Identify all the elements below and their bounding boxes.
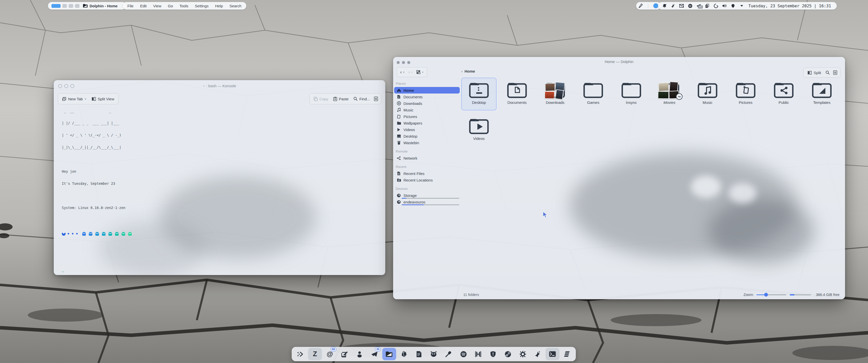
menu-go[interactable]: Go [164, 4, 176, 8]
folder-item-music[interactable]: Music [690, 78, 725, 110]
nav-toolbar: ‹∨ ›∨ ∨ [397, 67, 427, 77]
virtual-desktop-4[interactable] [75, 4, 80, 8]
gimp-icon[interactable] [427, 348, 440, 360]
chevron-down-icon[interactable]: ∨ [411, 71, 413, 73]
folder-item-insync[interactable]: Insync [614, 78, 649, 110]
accent-circle[interactable] [653, 3, 658, 8]
menu-settings[interactable]: Settings [191, 4, 212, 8]
zen-browser-icon[interactable]: Z [308, 348, 322, 360]
pen-icon[interactable] [639, 3, 643, 8]
sidebar-item-storage[interactable]: Storage [394, 192, 460, 199]
telegram-icon[interactable]: 35 [694, 4, 703, 8]
split-button[interactable]: Split [805, 68, 824, 77]
sidebar-item-music[interactable]: Music [394, 107, 460, 113]
sync-icon[interactable] [712, 4, 720, 8]
menu-search[interactable]: Search [226, 4, 245, 8]
sidebar-item-desktop[interactable]: Desktop [394, 133, 460, 139]
search-button[interactable] [824, 68, 832, 77]
virtual-desktop-3[interactable] [69, 4, 73, 8]
sidebar-item-network[interactable]: Network [394, 155, 460, 161]
spotify-icon[interactable] [457, 348, 470, 360]
sidebar-item-wallpapers[interactable]: Wallpapers [394, 120, 460, 126]
document-icon [397, 95, 401, 99]
obsidian-icon[interactable] [397, 348, 411, 360]
back-button[interactable]: ‹∨ [398, 67, 406, 77]
folder-icon [397, 121, 401, 125]
forward-button[interactable]: ›∨ [406, 67, 414, 77]
shield-alert-icon[interactable] [486, 348, 500, 360]
bell-icon[interactable] [660, 4, 669, 8]
hamburger-icon [833, 70, 837, 75]
handbrake-icon[interactable] [471, 348, 485, 360]
konsole-titlebar[interactable]: ~ : bash — Konsole [54, 80, 385, 92]
sidebar-item-recent-files[interactable]: Recent Files [394, 170, 460, 177]
ghost-icon [82, 232, 86, 236]
chevron-down-icon[interactable]: ∨ [422, 71, 424, 73]
telegram-icon[interactable]: 35 [367, 348, 381, 360]
folder-item-games[interactable]: Games [576, 78, 611, 110]
sidebar-item-recent-locations[interactable]: Recent Locations [394, 177, 460, 183]
music-icon [397, 108, 401, 112]
spotify-icon[interactable] [686, 4, 694, 8]
sidebar-item-home[interactable]: Home [394, 87, 460, 94]
clipboard-icon[interactable] [703, 4, 712, 8]
virtual-desktop-1[interactable] [52, 4, 61, 8]
ghost-icon [89, 232, 92, 236]
section-places: Places [393, 78, 461, 87]
menu-view[interactable]: View [150, 4, 164, 8]
sidebar-item-downloads[interactable]: Downloads [394, 100, 460, 107]
terminal-output[interactable]: _ __ _ | |/ /___ _ _ ___ ___| |___ | ' <… [62, 101, 380, 272]
email-icon[interactable]: @ 58 [323, 348, 337, 360]
volume-icon[interactable] [720, 4, 729, 8]
launcher-icon[interactable] [293, 348, 307, 360]
symlink-emblem-icon: ↪ [676, 93, 683, 100]
konsole-icon[interactable] [546, 348, 559, 360]
color-picker-icon[interactable] [441, 348, 456, 360]
notes-icon[interactable] [338, 348, 351, 360]
layers-icon[interactable] [560, 348, 574, 360]
menu-file[interactable]: File [124, 4, 137, 8]
folder-item-downloads[interactable]: Downloads [537, 78, 573, 110]
sidebar-item-documents[interactable]: Documents [394, 94, 460, 100]
folder-item-movies[interactable]: ↪ Movies [652, 78, 687, 110]
window-title: ~ : bash — Konsole [54, 84, 385, 88]
sidebar-item-endeavouros[interactable]: endeavouros [394, 199, 460, 205]
view-mode-button[interactable]: ∨ [414, 67, 426, 77]
caret-down-icon[interactable] [737, 5, 746, 7]
folder-item-templates[interactable]: Templates [804, 78, 839, 110]
telegram-unread-badge: 35 [375, 347, 381, 352]
dock: Z @ 58 35 [292, 347, 576, 361]
menu-help[interactable]: Help [212, 4, 226, 8]
virtual-desktop-2[interactable] [62, 4, 67, 8]
falcon-icon[interactable] [531, 348, 545, 360]
location-pin-icon[interactable] [729, 4, 737, 8]
mail-icon[interactable] [677, 4, 686, 8]
menu-tools[interactable]: Tools [176, 4, 191, 8]
folder-item-documents[interactable]: Documents [499, 78, 535, 110]
sidebar-item-pictures[interactable]: Pictures [394, 113, 460, 120]
ghost-icon [102, 232, 105, 236]
zoom-slider[interactable] [756, 294, 786, 295]
falcon-icon[interactable] [669, 3, 677, 8]
folder-item-desktop[interactable]: Desktop [461, 78, 497, 110]
download-icon [397, 101, 401, 106]
dolphin-icon[interactable] [382, 348, 396, 360]
window-title: Home — Dolphin [393, 60, 845, 64]
zoom-slider-knob[interactable] [764, 293, 768, 297]
sidebar-item-wastebin[interactable]: Wastebin [394, 139, 460, 146]
gear-icon[interactable] [516, 348, 530, 360]
dolphin-titlebar[interactable]: Home — Dolphin [393, 57, 845, 67]
folder-item-videos[interactable]: Videos [461, 114, 497, 146]
steam-icon[interactable] [501, 348, 515, 360]
disk-capacity-bar [790, 294, 811, 295]
sidebar-item-videos[interactable]: Videos [394, 126, 460, 133]
contacts-icon[interactable] [352, 348, 366, 360]
clock[interactable]: Tuesday, 23 September 2025 | 16:31 [746, 3, 835, 8]
folder-item-public[interactable]: Public [766, 78, 801, 110]
breadcrumb[interactable]: › Home [461, 69, 475, 73]
folder-item-pictures[interactable]: Pictures [728, 78, 763, 110]
libreoffice-icon[interactable] [412, 348, 426, 360]
hamburger-menu-button[interactable] [832, 68, 839, 77]
menu-edit[interactable]: Edit [137, 4, 150, 8]
chevron-down-icon[interactable]: ∨ [403, 71, 405, 73]
